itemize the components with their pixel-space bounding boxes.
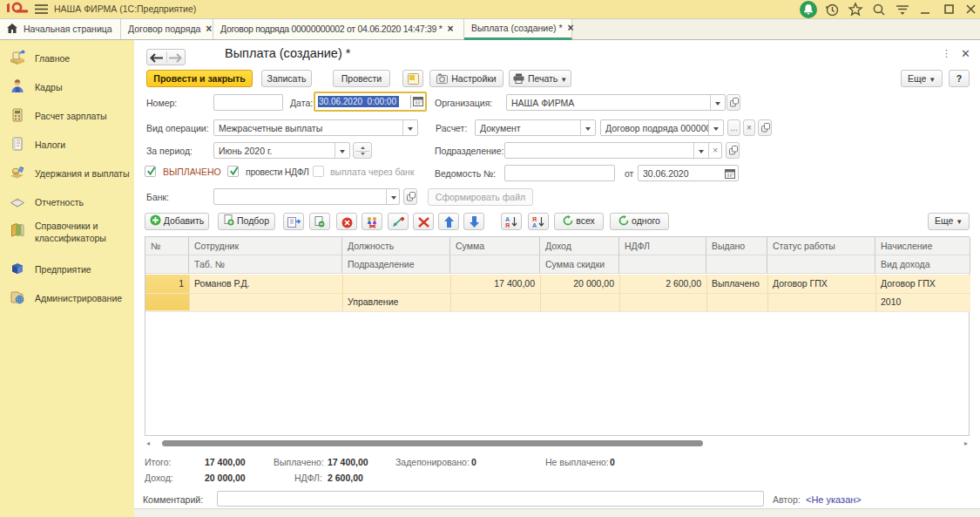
svg-text:Я: Я bbox=[505, 222, 510, 228]
svg-text:Я: Я bbox=[532, 216, 537, 222]
svg-text:А: А bbox=[532, 222, 537, 228]
svg-text:А: А bbox=[505, 216, 510, 222]
